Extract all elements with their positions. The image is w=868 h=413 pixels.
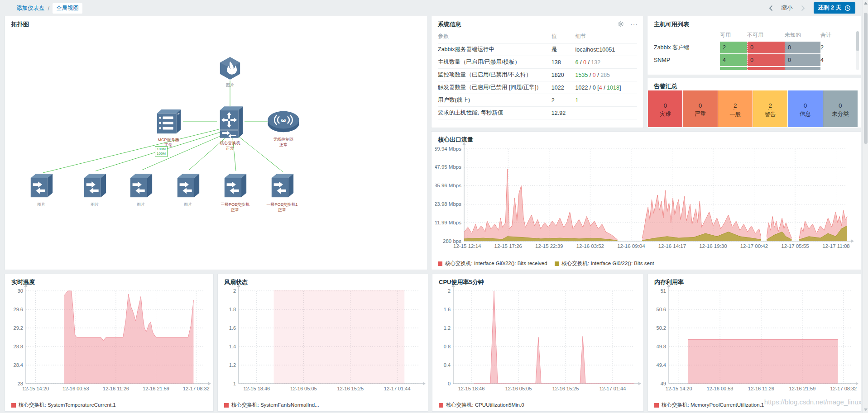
svg-text:12-17 08:32: 12-17 08:32 <box>830 386 857 391</box>
svg-text:29.2: 29.2 <box>14 325 23 331</box>
svg-text:0: 0 <box>448 381 451 386</box>
svg-text:2: 2 <box>448 288 451 294</box>
svg-text:29.6: 29.6 <box>14 307 23 312</box>
topo-node-wlc[interactable]: ω无线控制器正常 <box>263 109 304 147</box>
temperature-chart[interactable]: 12-15 14:2012-16 00:5312-16 11:2612-16 2… <box>7 285 211 401</box>
svg-text:59.94 Mbps: 59.94 Mbps <box>435 146 461 152</box>
topo-node-label: 图片 <box>21 202 62 207</box>
scrollbar-thumb[interactable] <box>864 13 868 144</box>
svg-text:1.8: 1.8 <box>229 307 236 312</box>
topo-node-status: 正常 <box>215 207 255 213</box>
traffic-chart-panel: 核心出口流量 12-15 12:1412-15 17:2612-15 22:39… <box>431 131 861 270</box>
svg-text:12-16 21:59: 12-16 21:59 <box>143 386 169 391</box>
svg-text:12-17 08:32: 12-17 08:32 <box>183 386 210 391</box>
svg-text:1.6: 1.6 <box>444 307 451 312</box>
topo-node-status: 正常 <box>263 142 304 147</box>
cpu-chart-panel: CPU使用率5分钟 12-15 18:4612-16 05:0512-16 15… <box>432 274 644 412</box>
topo-node-sw4[interactable]: 图片 <box>168 172 208 207</box>
scroll-up-icon[interactable] <box>864 2 868 5</box>
topo-node-sw6[interactable]: 一楼POE交换机1正常 <box>262 172 302 213</box>
topo-node-label: 图片 <box>74 202 115 207</box>
svg-text:12-15 14:20: 12-15 14:20 <box>666 386 692 391</box>
traffic-chart[interactable]: 12-15 12:1412-15 17:2612-15 22:3912-16 0… <box>435 142 858 256</box>
topo-node-label: 三楼POE交换机 <box>215 202 255 207</box>
clock-icon <box>844 5 851 11</box>
breadcrumb-current-link[interactable]: 全局视图 <box>53 3 82 14</box>
svg-text:0.8: 0.8 <box>444 344 451 349</box>
topo-node-label: 无线控制器 <box>263 137 304 142</box>
panel-scrollbar[interactable] <box>856 31 859 70</box>
alert-summary-panel: 告警汇总 0灾难0严重2一般2警告0信息0未分类 <box>647 78 861 128</box>
sysinfo-row: 监控项数量（已启用/已禁用/不支持）18201535 / 0 / 285 <box>438 69 637 81</box>
svg-text:12-17 05:55: 12-17 05:55 <box>781 243 809 249</box>
topo-node-sw1[interactable]: 图片 <box>21 172 62 207</box>
topo-node-sw2[interactable]: 图片 <box>74 172 115 207</box>
topo-node-label: 图片 <box>210 82 250 88</box>
svg-text:12-17 11:08: 12-17 11:08 <box>822 243 850 249</box>
chevron-right-icon[interactable] <box>799 4 807 13</box>
topo-node-label: 一楼POE交换机1 <box>262 202 302 207</box>
scroll-down-icon[interactable] <box>864 408 868 411</box>
memory-chart-panel: 内存利用率 12-15 14:2012-16 00:5312-16 11:261… <box>647 274 861 412</box>
chart-svg: 12-15 14:2012-16 00:5312-16 11:2612-16 2… <box>650 285 859 401</box>
sysinfo-row: 主机数量（已启用/已禁用/模板）1386 / 0 / 132 <box>438 56 637 69</box>
time-remaining-button[interactable]: 还剩 2 天 <box>814 2 855 14</box>
page-scrollbar[interactable] <box>863 0 868 413</box>
memory-chart[interactable]: 12-15 14:2012-16 00:5312-16 11:2612-16 2… <box>650 285 859 401</box>
svg-text:12-16 15:25: 12-16 15:25 <box>552 386 579 391</box>
breadcrumb-add-dashboard-link[interactable]: 添加仪表盘 <box>16 5 45 12</box>
svg-text:49.8: 49.8 <box>657 344 666 349</box>
svg-text:12-16 05:05: 12-16 05:05 <box>290 386 317 391</box>
svg-text:49.4: 49.4 <box>657 362 666 368</box>
svg-text:12-16 00:53: 12-16 00:53 <box>707 386 734 391</box>
poe-switch-icon <box>269 172 295 200</box>
alert-severity-box: 0严重 <box>683 90 717 127</box>
alert-severity-box[interactable]: 2一般 <box>718 90 753 127</box>
svg-text:51: 51 <box>661 288 666 294</box>
column-header-detail: 细节 <box>575 31 637 43</box>
svg-text:1.6: 1.6 <box>229 325 236 331</box>
svg-text:12-15 17:26: 12-15 17:26 <box>494 243 522 249</box>
svg-text:1.4: 1.4 <box>229 344 236 349</box>
topo-node-sw3[interactable]: 图片 <box>120 172 161 207</box>
poe-switch-icon <box>175 172 201 200</box>
legend-item: 核心交换机: CPUUtilization5Min.0 <box>439 402 524 408</box>
svg-text:12-15 22:39: 12-15 22:39 <box>535 243 563 249</box>
svg-text:ω: ω <box>281 117 286 123</box>
zoom-out-button[interactable]: 缩小 <box>782 4 793 12</box>
svg-text:28.8: 28.8 <box>14 344 23 349</box>
topo-node-firewall[interactable]: 图片 <box>210 56 250 88</box>
svg-text:12-16 11:26: 12-16 11:26 <box>748 386 774 391</box>
poe-switch-icon <box>28 172 54 200</box>
legend-item: 核心交换机: SystemFanIsNormalInd... <box>224 402 319 408</box>
svg-text:1.2: 1.2 <box>444 325 451 331</box>
svg-text:0.4: 0.4 <box>444 362 451 368</box>
column-header-available: 可用 <box>720 31 747 42</box>
chevron-left-icon[interactable] <box>767 4 775 13</box>
svg-text:12-15 18:46: 12-15 18:46 <box>243 386 270 391</box>
time-remaining-label: 还剩 2 天 <box>818 4 841 12</box>
gear-icon[interactable] <box>618 21 624 27</box>
chart-svg: 12-15 14:2012-16 00:5312-16 11:2612-16 2… <box>7 285 211 401</box>
chart-svg: 12-15 18:4612-16 05:0512-16 15:2512-17 0… <box>434 285 642 401</box>
poe-switch-icon <box>128 172 154 200</box>
sysinfo-row: Zabbix服务器端运行中是localhost:10051 <box>438 43 637 56</box>
chart-legend: 核心交换机: MemoryPoolCurrentUtilization.1 <box>654 402 764 408</box>
system-info-panel: 系统信息 ··· 参数 值 细节 Zabbix服务器端运行中是localhost… <box>431 16 644 128</box>
alert-severity-box: 0信息 <box>788 90 822 127</box>
chart-svg: 12-15 18:4612-16 05:0512-16 15:2512-17 0… <box>220 285 426 401</box>
host-availability-header: 可用 不可用 未知的 合计 <box>654 31 853 42</box>
topo-node-core[interactable]: 核心交换机正常 <box>210 105 250 151</box>
sysinfo-row: 触发器数量（已启用/已禁用 [问题/正常]）10221022 / 0 [4 / … <box>438 81 637 94</box>
topo-node-server[interactable]: MCP服务器正常 <box>148 108 189 148</box>
sysinfo-row: 要求的主机性能, 每秒新值12.92 <box>438 107 637 119</box>
alert-severity-box[interactable]: 2警告 <box>753 90 787 127</box>
cpu-chart[interactable]: 12-15 18:4612-16 05:0512-16 15:2512-17 0… <box>434 285 642 401</box>
column-header-total: 合计 <box>820 31 853 42</box>
more-options-icon[interactable]: ··· <box>630 22 638 26</box>
svg-text:49: 49 <box>661 381 666 386</box>
column-header-value: 值 <box>551 31 575 43</box>
topo-node-sw5[interactable]: 三楼POE交换机正常 <box>215 172 255 213</box>
host-availability-row: Zabbix 客户端2002 <box>654 42 853 53</box>
fan-chart[interactable]: 12-15 18:4612-16 05:0512-16 15:2512-17 0… <box>220 285 426 401</box>
